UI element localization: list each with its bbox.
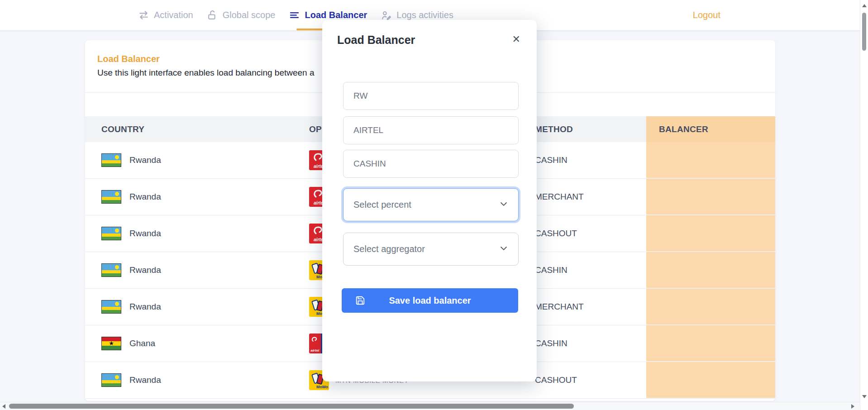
- vertical-scrollbar[interactable]: [860, 0, 868, 410]
- scroll-right-icon[interactable]: [851, 404, 854, 409]
- rwanda-flag-icon: [101, 153, 121, 167]
- chevron-down-icon: [499, 199, 508, 210]
- save-button-label: Save load balancer: [389, 296, 471, 305]
- horizontal-scrollbar-thumb[interactable]: [9, 404, 574, 409]
- balancer-cell[interactable]: [646, 252, 775, 288]
- balancer-cell[interactable]: [646, 325, 775, 362]
- horizontal-scrollbar[interactable]: [0, 402, 860, 410]
- country-name: Rwanda: [129, 192, 161, 202]
- method-value: CASHIN: [535, 338, 568, 348]
- tab-label: Load Balancer: [305, 10, 367, 20]
- country-code-field[interactable]: [343, 82, 519, 110]
- scroll-down-icon[interactable]: [862, 395, 867, 398]
- modal-title: Load Balancer: [337, 33, 415, 47]
- rwanda-flag-icon: [101, 300, 121, 314]
- vertical-scrollbar-thumb[interactable]: [862, 13, 866, 51]
- close-icon[interactable]: ✕: [512, 34, 520, 44]
- app-screen: Activation Global scope Load Balancer Lo…: [0, 0, 868, 410]
- swap-arrows-icon: [138, 10, 149, 21]
- balancer-cell[interactable]: [646, 215, 775, 252]
- country-name: Rwanda: [129, 302, 161, 312]
- aggregator-select-placeholder: Select aggregator: [353, 244, 425, 254]
- save-floppy-icon: [355, 296, 365, 305]
- load-balancer-modal: Load Balancer ✕ Select percent Select ag…: [322, 20, 537, 381]
- method-field[interactable]: [343, 150, 519, 178]
- tab-label: Activation: [154, 10, 193, 20]
- tab-load-balancer[interactable]: Load Balancer: [289, 10, 367, 21]
- country-name: Rwanda: [129, 375, 161, 385]
- balancer-cell[interactable]: [646, 289, 775, 325]
- column-header-method: METHOD: [529, 116, 646, 142]
- unlock-icon: [207, 10, 218, 21]
- tab-global-scope[interactable]: Global scope: [207, 10, 276, 21]
- rwanda-flag-icon: [101, 227, 121, 240]
- balancer-cell[interactable]: [646, 179, 775, 215]
- operator-field[interactable]: [343, 116, 519, 144]
- method-value: MERCHANT: [535, 192, 584, 202]
- percent-select-placeholder: Select percent: [353, 200, 411, 210]
- method-value: CASHIN: [535, 265, 568, 275]
- tab-label: Global scope: [223, 10, 276, 20]
- tab-logs-activities[interactable]: Logs activities: [381, 10, 453, 21]
- method-value: CASHIN: [535, 155, 568, 165]
- rwanda-flag-icon: [101, 263, 121, 277]
- user-edit-icon: [381, 10, 392, 21]
- list-lines-icon: [289, 10, 300, 21]
- rwanda-flag-icon: [101, 373, 121, 387]
- save-load-balancer-button[interactable]: Save load balancer: [342, 288, 518, 313]
- ghana-flag-icon: ★: [101, 337, 121, 350]
- scroll-left-icon[interactable]: [2, 404, 5, 409]
- scroll-up-icon[interactable]: [862, 4, 867, 7]
- aggregator-select[interactable]: Select aggregator: [343, 233, 519, 266]
- country-name: Rwanda: [129, 155, 161, 165]
- country-name: Rwanda: [129, 265, 161, 275]
- rwanda-flag-icon: [101, 190, 121, 204]
- method-value: CASHOUT: [535, 229, 577, 238]
- tab-label: Logs activities: [396, 10, 453, 20]
- country-name: Rwanda: [129, 229, 161, 238]
- balancer-cell[interactable]: [646, 142, 775, 178]
- method-value: MERCHANT: [535, 302, 584, 312]
- logout-link[interactable]: Logout: [693, 0, 720, 30]
- percent-select[interactable]: Select percent: [343, 188, 519, 221]
- method-value: CASHOUT: [535, 375, 577, 385]
- column-header-country: COUNTRY: [85, 116, 301, 142]
- balancer-cell[interactable]: [646, 362, 775, 398]
- column-header-balancer: BALANCER: [646, 116, 775, 142]
- tab-activation[interactable]: Activation: [138, 10, 193, 21]
- country-name: Ghana: [129, 338, 155, 348]
- chevron-down-icon: [499, 243, 508, 255]
